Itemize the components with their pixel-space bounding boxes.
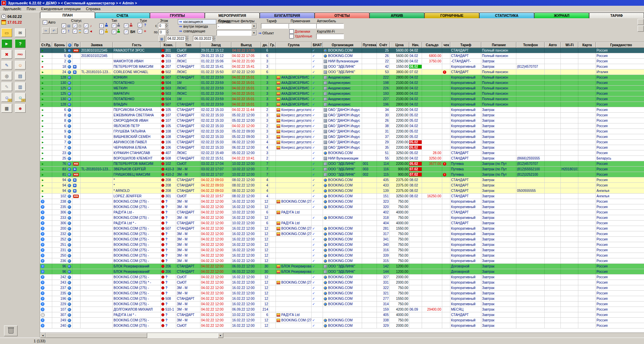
reservation-row[interactable]: ?238BOOKING.COM (275) -?ЗМ - М04.02.22 1… [40, 199, 644, 204]
guest-yellow-checkbox[interactable]: ✓ [99, 30, 108, 33]
column-header-pr[interactable]: Пр [72, 42, 80, 48]
column-header-bron[interactable]: Бронь [52, 42, 67, 48]
date-from-field[interactable]: 04.02.2022▲▼ [166, 36, 189, 41]
reservation-row[interactable]: ►130ПОТАПЕНКО5041М01.02.22 23:5904.02.22… [40, 80, 644, 86]
fro-button[interactable]: FRO [15, 50, 26, 59]
reservation-row[interactable]: ►94В*208СТАНДАРТ04.02.22 09:0308.02.22 1… [40, 183, 644, 188]
horizontal-scrollbar[interactable]: ◄ ► [40, 333, 644, 338]
guest-card-button[interactable]: ☺ [15, 61, 26, 69]
bn-checkbox[interactable]: ✓ БН [124, 30, 135, 33]
reservation-row[interactable]: ►6ПЕРСИКОВА СНЕЖАНА105СТАНДАРТ02.02.22 1… [40, 107, 644, 113]
menu-item-0[interactable]: Эдельвейс [0, 6, 24, 11]
reservation-row[interactable]: ►125МЕТКИН503ЛЮКС01.02.22 23:5904.02.22 … [40, 86, 644, 91]
reservation-row[interactable]: ►2МАМОНТОВ ИВАН103ЛЮКС01.02.22 15:0604.0… [40, 59, 644, 64]
status-filter-form[interactable]: ✓▤ [62, 24, 71, 28]
trash-button[interactable] [4, 325, 18, 336]
reservation-row[interactable]: ►9ГРУШЕВА ТАТЬЯНА108СТАНДАРТ02.02.22 15:… [40, 129, 644, 134]
car-filter-field[interactable] [316, 23, 344, 29]
auto-filter-checkbox[interactable]: ✓Авто [43, 20, 56, 25]
tariff-filter-field[interactable] [261, 23, 289, 29]
reservation-row[interactable]: ?243BOOKING.COM (275) * -?СЬЮТ04.02.22 1… [40, 280, 644, 285]
reservation-row[interactable]: ?196BOOKING.COM (275) -508СТАНДАРТ04.02.… [40, 296, 644, 302]
column-header-days[interactable]: дн. [261, 42, 269, 48]
column-header-dep[interactable]: Выезд [231, 42, 261, 48]
status-filter-clock[interactable]: ✓◷ [73, 24, 82, 28]
checkin-button[interactable]: ► [1, 39, 12, 48]
column-header-zay[interactable]: Заявка [80, 42, 113, 48]
guest-green-checkbox[interactable]: ✓ [112, 30, 121, 33]
period-option-1[interactable]: ⇒внутри периода [178, 24, 216, 29]
guest-red-checkbox[interactable]: ✓ [124, 24, 133, 27]
reservation-row[interactable]: ►9ВИШНЕВСКИЙ СЕМЁН108СТАНДАРТ02.02.22 15… [40, 134, 644, 140]
column-header-saldo[interactable]: Сальдо [422, 42, 442, 48]
reservation-row[interactable]: ?235BOOKING.COM (275) -?ЗМ - М04.02.22 1… [40, 291, 644, 296]
reservation-row[interactable]: ►94В*208СТАНДАРТ04.02.22 09:0308.02.22 1… [40, 177, 644, 183]
column-header-type[interactable]: Тип [176, 42, 200, 48]
scroll-right-button[interactable]: ► [218, 333, 223, 338]
reservation-row[interactable]: ►7ЧЕРНИКИНА ЕЛЕНА106СТАНДАРТ02.02.22 15:… [40, 145, 644, 150]
reservation-row[interactable]: ?242BOOKING.COM (275) -?СЬЮТ04.02.22 12:… [40, 275, 644, 280]
hand-tool-button[interactable]: ✑ [42, 28, 50, 34]
reservation-row[interactable]: ?237BOOKING.COM (275) -?ЗМ - М04.02.22 1… [40, 285, 644, 291]
column-header-tariff[interactable]: Тариф [450, 42, 481, 48]
reservation-row[interactable]: ?249BOOKING.COM (275) -?ЗМ - М04.02.22 1… [40, 318, 644, 323]
reservation-row[interactable]: ?231BOOKING.COM (275) -?ЗМ - М04.02.22 1… [40, 248, 644, 253]
reservation-row[interactable]: ►128ВЛАДИЧ507СТАНДАРТ01.02.22 23:5904.02… [40, 102, 644, 107]
search-doc-button[interactable]: ▤ [15, 71, 26, 80]
reservation-row[interactable]: ►520180101012345201СЬЮТ29.01.22 15:1204.… [40, 53, 644, 59]
scrollbar-track[interactable] [147, 333, 218, 338]
menu-item-1[interactable]: План [24, 6, 38, 11]
reservation-row[interactable]: ►18ВПЕТЕРБУРГОВ МАКСИМ207СТАНДАРТ01.02.2… [40, 64, 644, 69]
status-filter-bell[interactable]: ✓♪ [84, 24, 93, 28]
column-header-org[interactable]: Организация [323, 42, 362, 48]
reservation-row[interactable]: ►128КОНКИН507СТАНДАРТ01.02.22 23:5904.02… [40, 75, 644, 80]
tab-группы[interactable]: ГРУППЫ [150, 12, 205, 18]
reservation-row[interactable]: ►24ВTL-20181010-123...CORLEONE MICHAEL50… [40, 69, 644, 75]
reservation-row[interactable]: ?251BOOKING.COM (275) -?ЗМ - М04.02.22 1… [40, 242, 644, 248]
reservation-row[interactable]: ?240BOOKING.COM (275) -?СЬЮТ04.02.22 12:… [40, 323, 644, 328]
reservation-row[interactable]: ►130ПОТАПЕНКО5041М01.02.22 23:5904.02.22… [40, 96, 644, 102]
reservation-row[interactable]: ►8СМОРОДИНОВ ИВАН107СТАНДАРТ02.02.22 15:… [40, 118, 644, 123]
column-header-auto[interactable]: Авто [545, 42, 561, 48]
reservation-row[interactable]: ?306РАДУГА Ltd -?СТАНДАРТ04.02.22 12:001… [40, 210, 644, 215]
debtors-checkbox[interactable]: Должники [289, 29, 310, 34]
sound-button[interactable] [638, 19, 644, 25]
type2-fan-checkbox[interactable]: ✓ ✳ [138, 29, 147, 33]
reservation-row[interactable]: ►5ЖВ20180101012345РАМАЗОТТИ ЭРОС201СЬЮТ2… [40, 48, 644, 53]
column-header-strd[interactable]: Ст.Рд. [40, 42, 52, 48]
reservation-row[interactable]: ?252BOOKING.COM (275) -?ЗМ - М04.02.22 1… [40, 237, 644, 242]
reservation-row[interactable]: ►102ЖВLOPEZ JENIFFER301СЬЮТ04.02.22 10:5… [40, 194, 644, 199]
column-header-chek[interactable]: чек [442, 42, 450, 48]
reservation-row[interactable]: ?233BOOKING.COM (275) -?ЗМ - М04.02.22 1… [40, 215, 644, 221]
type2-question-checkbox[interactable]: ✓ ? [138, 23, 147, 27]
status-filter-speaker[interactable]: ✓◄ [84, 29, 93, 33]
reservation-row[interactable]: ?306РАДУГА Ltd * -?СТАНДАРТ04.02.22 12:0… [40, 221, 644, 226]
reservation-row[interactable]: ►94В* ARNOLD208СТАНДАРТ04.02.22 09:0308.… [40, 188, 644, 194]
standard-filter-combo[interactable]: -▼ [217, 23, 257, 29]
reservation-row[interactable]: ►83ВTL-20181010-123...ЗВЕРЬКОВ СЕРГЕЙ410… [40, 167, 644, 172]
floor-to-spinner[interactable]: 0▲▼ [159, 29, 169, 35]
column-header-cit[interactable]: Гражданство [596, 42, 644, 48]
print-button[interactable]: ▦ [1, 104, 12, 113]
column-header-put[interactable]: Путевка [362, 42, 377, 48]
column-header-meal[interactable]: Питание [481, 42, 516, 48]
tab-мероприятия[interactable]: МЕРОПРИЯТИЯ [205, 12, 260, 18]
tab-горничные[interactable]: ГОРНИЧНЫЕ [424, 12, 479, 18]
reservation-row[interactable]: ►7АБРИКОСОВ ПАВЕЛ106СТАНДАРТ02.02.22 15:… [40, 140, 644, 145]
column-header-globe[interactable] [67, 42, 72, 48]
column-header-price[interactable]: Цена [390, 42, 409, 48]
column-header-schet[interactable]: Счёт [377, 42, 390, 48]
tab-журнал[interactable]: ЖУРНАЛ [534, 12, 589, 18]
reservation-row[interactable]: ►6ЯБЛОКОВ ПЕТР105СТАНДАРТ02.02.22 15:330… [40, 123, 644, 129]
column-header-karta[interactable]: Карта [578, 42, 596, 48]
reservation-row[interactable]: ?107ДОЛГОЖИЛОВ МИХАИЛ510-1ЗМ - М04.02.22… [40, 307, 644, 312]
column-header-wifi[interactable]: Wi-Fi [561, 42, 578, 48]
column-header-komn[interactable]: Комн. [161, 42, 176, 48]
tab-бухгалтерия[interactable]: БУХГАЛТЕРИЯ [260, 12, 315, 18]
reservation-row[interactable]: ?229BOOKING.COM (275) -?ЗМ - М04.02.22 1… [40, 302, 644, 307]
reservation-row[interactable]: ►23КУРАКИН СТАНИСЛАВ407ЛЮКС02.02.22 15:4… [40, 150, 644, 156]
guest-pair-checkbox[interactable]: ✓ [112, 24, 121, 27]
reservation-row[interactable]: ?200BOOKING.COM (275) -507СТАНДАРТ04.02.… [40, 226, 644, 231]
column-header-gr[interactable]: Гр. [269, 42, 276, 48]
column-header-arr[interactable]: Заезд [200, 42, 231, 48]
